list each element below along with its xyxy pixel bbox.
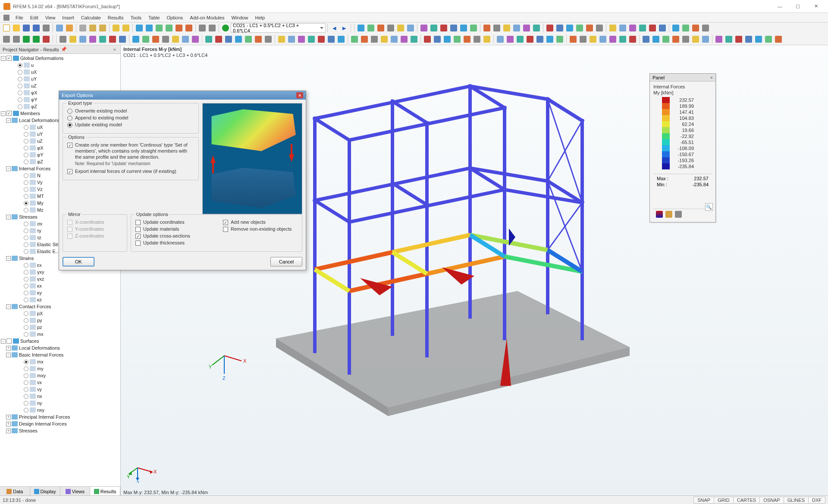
tb-save2[interactable] xyxy=(31,23,41,33)
toolbar-icon[interactable] xyxy=(681,23,690,33)
toolbar-icon[interactable] xyxy=(58,34,68,44)
toolbar-icon[interactable] xyxy=(171,34,180,44)
toolbar-icon[interactable] xyxy=(754,34,763,44)
tb-c2[interactable] xyxy=(207,23,217,33)
toolbar-icon[interactable] xyxy=(578,34,588,44)
toolbar-icon[interactable] xyxy=(433,34,442,44)
toolbar-icon[interactable] xyxy=(482,23,492,33)
toolbar-icon[interactable] xyxy=(701,34,710,44)
toolbar-icon[interactable] xyxy=(370,34,379,44)
menu-view[interactable]: View xyxy=(42,14,59,22)
tb-open[interactable] xyxy=(12,23,21,33)
toolbar-icon[interactable] xyxy=(350,34,359,44)
toolbar-icon[interactable] xyxy=(598,34,608,44)
tb-nav-prev[interactable]: ◀ xyxy=(329,23,339,33)
toolbar-icon[interactable] xyxy=(744,34,753,44)
radio-update[interactable]: Update existing model xyxy=(67,122,194,128)
toolbar-icon[interactable] xyxy=(472,34,482,44)
toolbar-icon[interactable] xyxy=(98,34,107,44)
toolbar-icon[interactable] xyxy=(618,34,627,44)
toolbar-icon[interactable] xyxy=(734,34,743,44)
toolbar-icon[interactable] xyxy=(263,34,273,44)
tree-item[interactable]: mx xyxy=(0,331,120,338)
toolbar-icon[interactable] xyxy=(442,34,452,44)
toolbar-icon[interactable] xyxy=(459,23,468,33)
menu-table[interactable]: Table xyxy=(145,14,163,22)
toolbar-icon[interactable] xyxy=(774,34,783,44)
tree-surf-stresses[interactable]: + Stresses xyxy=(0,427,120,434)
panel-icon-3[interactable] xyxy=(675,211,682,218)
tb-cut[interactable] xyxy=(78,23,88,33)
nav-tab-data[interactable]: Data xyxy=(0,487,30,496)
tree-item[interactable]: ny xyxy=(0,400,120,407)
tb-b5[interactable] xyxy=(174,23,184,33)
toolbar-icon[interactable] xyxy=(419,23,429,33)
tb-a2[interactable] xyxy=(65,23,74,33)
toolbar-icon[interactable] xyxy=(764,34,773,44)
toolbar-icon[interactable] xyxy=(462,34,472,44)
nav-tab-results[interactable]: Results xyxy=(90,487,120,496)
minimize-button[interactable]: — xyxy=(771,1,788,12)
toolbar-icon[interactable] xyxy=(724,34,734,44)
toolbar-icon[interactable] xyxy=(595,23,604,33)
toolbar-icon[interactable] xyxy=(68,34,78,44)
toolbar-icon[interactable] xyxy=(356,23,366,33)
menu-results[interactable]: Results xyxy=(104,14,127,22)
toolbar-icon[interactable] xyxy=(638,23,647,33)
maximize-button[interactable]: ▢ xyxy=(789,1,806,12)
nav-tab-views[interactable]: Views xyxy=(60,487,91,496)
toolbar-icon[interactable] xyxy=(648,23,657,33)
toolbar-icon[interactable] xyxy=(492,23,502,33)
tree-item[interactable]: pz xyxy=(0,324,120,331)
toolbar-icon[interactable] xyxy=(628,34,637,44)
radio-overwrite[interactable]: Overwrite existing model xyxy=(67,108,194,114)
toolbar-icon[interactable] xyxy=(555,34,565,44)
tb-copy[interactable] xyxy=(88,23,97,33)
toolbar-icon[interactable] xyxy=(691,34,700,44)
menu-tools[interactable]: Tools xyxy=(127,14,145,22)
statusbar-cell[interactable]: GRID xyxy=(714,497,734,504)
toolbar-icon[interactable] xyxy=(161,34,170,44)
tb2-b[interactable] xyxy=(12,34,21,44)
menu-options[interactable]: Options xyxy=(163,14,186,22)
check-update-cross[interactable]: ✓Update cross-sections xyxy=(135,233,210,239)
toolbar-icon[interactable] xyxy=(366,23,376,33)
toolbar-icon[interactable] xyxy=(141,34,151,44)
close-button[interactable]: ✕ xyxy=(807,1,825,12)
tree-item[interactable]: uX xyxy=(0,69,120,75)
tb-nav-next[interactable]: ▶ xyxy=(339,23,349,33)
tb-combo-dropdown[interactable]: CO21 - LC1 + 0.5*LC2 + LC3 + 0.6*LC4 xyxy=(231,23,326,33)
tree-item[interactable]: nxy xyxy=(0,407,120,413)
check-export-if[interactable]: ✓Export internal forces of current view … xyxy=(67,169,194,174)
statusbar-cell[interactable]: GLINES xyxy=(784,497,809,504)
toolbar-icon[interactable] xyxy=(532,23,541,33)
toolbar-icon[interactable] xyxy=(452,34,462,44)
tb-print[interactable] xyxy=(41,23,51,33)
toolbar-icon[interactable] xyxy=(671,23,681,33)
check-update-materials[interactable]: Update materials xyxy=(135,226,210,232)
tb-redo[interactable] xyxy=(121,23,131,33)
nav-tab-display[interactable]: Display xyxy=(30,487,60,496)
tree-item[interactable]: vy xyxy=(0,386,120,393)
dialog-titlebar[interactable]: Export Options ✕ xyxy=(59,91,306,100)
menu-calculate[interactable]: Calculate xyxy=(78,14,104,22)
tree-item[interactable]: pX xyxy=(0,310,120,317)
tb-b4[interactable] xyxy=(164,23,174,33)
toolbar-icon[interactable] xyxy=(360,34,369,44)
menu-insert[interactable]: Insert xyxy=(59,14,78,22)
tree-surf-princif[interactable]: + Principal Internal Forces xyxy=(0,413,120,420)
tree-item[interactable]: γxz xyxy=(0,275,120,282)
toolbar-icon[interactable] xyxy=(608,34,618,44)
tree-item[interactable]: u xyxy=(0,62,120,69)
toolbar-icon[interactable] xyxy=(326,34,336,44)
toolbar-icon[interactable] xyxy=(287,34,296,44)
statusbar-cell[interactable]: SNAP xyxy=(693,497,714,504)
tree-surfaces[interactable]: − Surfaces xyxy=(0,338,120,344)
menu-file[interactable]: File xyxy=(12,14,27,22)
toolbar-icon[interactable] xyxy=(224,34,233,44)
toolbar-icon[interactable] xyxy=(522,23,531,33)
toolbar-icon[interactable] xyxy=(449,23,458,33)
tree-item[interactable]: my xyxy=(0,365,120,372)
check-update-coords[interactable]: Update coordinates xyxy=(135,219,210,225)
toolbar-icon[interactable] xyxy=(88,34,97,44)
